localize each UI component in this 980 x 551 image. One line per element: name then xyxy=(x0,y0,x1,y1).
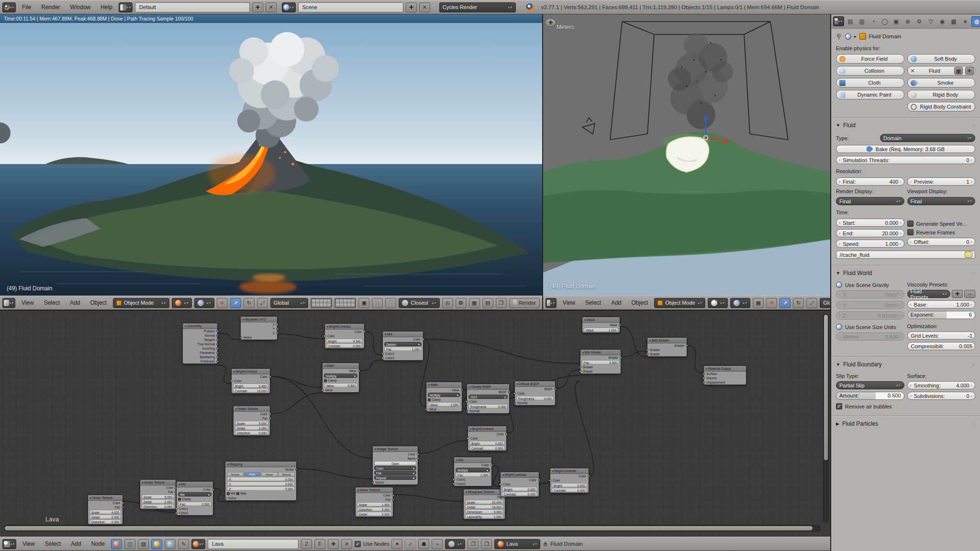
layers-widget-b[interactable] xyxy=(334,298,356,308)
pin-button[interactable]: ✦ xyxy=(391,539,402,549)
compressibility-field[interactable]: Compressibili: 0.005 xyxy=(907,342,976,350)
socket-dot[interactable] xyxy=(381,353,384,355)
input-socket-shader[interactable]: Shader xyxy=(580,369,621,374)
socket-dot[interactable] xyxy=(216,356,219,358)
socket-dot[interactable] xyxy=(269,413,271,415)
folder-icon[interactable] xyxy=(965,252,972,258)
socket-dot[interactable] xyxy=(371,481,374,484)
proportional-edit-button[interactable]: ◌ xyxy=(372,298,383,308)
smoke-button[interactable]: Smoke xyxy=(907,78,976,88)
snap-toggle-button[interactable]: ⌒ xyxy=(385,298,396,308)
output-socket-color[interactable]: Color xyxy=(373,452,418,456)
output-socket-x[interactable]: X xyxy=(241,322,277,327)
socket-dot[interactable] xyxy=(505,433,508,435)
input-socket-displacement[interactable]: Displacement xyxy=(704,380,746,385)
node-number-field[interactable]: Scale:20.000 xyxy=(465,500,503,504)
output-socket-color[interactable]: Color xyxy=(177,487,213,492)
node-title[interactable]: BrightContrast xyxy=(501,472,539,478)
node-title[interactable]: BrightContrast xyxy=(550,468,589,474)
node-title[interactable]: Material Output xyxy=(704,366,746,372)
editor-type-button[interactable]: ▲▼ xyxy=(833,16,844,26)
node-separate-xyz[interactable]: Separate XYZXYZVector xyxy=(240,316,278,340)
tab-constraints[interactable]: ⊗ xyxy=(902,16,913,27)
node-number-field[interactable]: Contrast:0.000 xyxy=(326,343,363,348)
output-socket-position[interactable]: Position xyxy=(183,329,217,333)
time-speed-field[interactable]: ‹Speed: 1.000› xyxy=(836,240,904,248)
output-socket-z[interactable]: Z xyxy=(241,331,277,335)
use-nodes-checkbox[interactable]: ✓ xyxy=(355,541,361,547)
menu-add[interactable]: Add xyxy=(67,540,85,547)
node-title[interactable]: Mapping xyxy=(225,462,296,467)
snap-mode-select[interactable]: ▲▼ xyxy=(445,539,465,549)
node-number-field[interactable]: Bright:0.000 xyxy=(469,441,505,445)
manipulator-axis-button[interactable]: ✛ xyxy=(766,298,777,308)
node-number-field[interactable]: Detail:2.000 xyxy=(89,515,121,519)
editor-type-button[interactable]: ▲▼ xyxy=(546,298,557,308)
node-number-field[interactable]: Bright:0.540 xyxy=(326,339,363,343)
node-title[interactable]: Noise Texture xyxy=(140,480,176,485)
snap-peel-button[interactable]: ❂ xyxy=(456,298,467,308)
menu-view[interactable]: View xyxy=(18,299,38,306)
mapping-mode-vector[interactable]: Vector xyxy=(261,472,278,476)
socket-dot[interactable] xyxy=(579,370,581,373)
remove-preset-button[interactable]: − xyxy=(964,290,975,298)
manipulator-rotate-button[interactable]: ↻ xyxy=(793,298,804,308)
node-checkbox-clamp[interactable]: Clamp xyxy=(178,497,212,501)
output-socket-color[interactable]: Color xyxy=(234,412,270,416)
fluid-particles-panel-header[interactable]: ▶ Fluid Particles≡ xyxy=(831,417,980,431)
fluid-render-toggle[interactable]: ▩ xyxy=(954,67,963,75)
input-socket-color1[interactable]: Color1 xyxy=(383,352,423,356)
output-socket-alpha[interactable]: Alpha xyxy=(373,456,418,461)
gravity-y-field[interactable]: ‹Y: 0m/s²› xyxy=(836,301,904,309)
output-socket-shader[interactable]: Shader xyxy=(580,355,621,360)
node-number-field[interactable]: Scale:1.000 xyxy=(357,502,391,507)
material-browse-button[interactable]: ▲▼ xyxy=(191,539,205,549)
mode-select[interactable]: Object Mode ▲▼ xyxy=(654,298,705,308)
node-number-field[interactable]: Detail:2.000 xyxy=(235,426,268,430)
render-display-select[interactable]: Final ▲▼ xyxy=(836,197,904,205)
output-socket-pointiness[interactable]: Pointiness xyxy=(183,359,217,364)
viscosity-exponent-field[interactable]: Exponent: 6 xyxy=(907,311,976,319)
snap-element-select[interactable]: Closest ▲▼ xyxy=(399,298,439,308)
socket-dot[interactable] xyxy=(490,464,493,466)
reverse-frames-checkbox[interactable]: ✓ xyxy=(907,229,913,235)
node-noise-texture[interactable]: Noise TextureColorFacScale:5.000Detail:2… xyxy=(233,406,270,436)
texture-nodes-button[interactable]: ▨ xyxy=(138,539,149,549)
horizontal-scrollbar[interactable] xyxy=(4,525,821,531)
tab-modifiers[interactable]: ⚙ xyxy=(914,16,924,27)
node-math[interactable]: MathValueMultiply▾ClampValue:0.500Value xyxy=(322,363,359,393)
node-musgrave-texture[interactable]: Musgrave TextureFacScale:20.000Detail:16… xyxy=(463,489,505,519)
remove-air-bubbles-checkbox[interactable]: ✓ xyxy=(836,403,842,409)
viewport-display-select[interactable]: Final ▲▼ xyxy=(907,197,976,205)
node-menu[interactable]: Multiply▾ xyxy=(428,393,460,397)
force-field-button[interactable]: Force Field xyxy=(836,54,904,64)
socket-dot[interactable] xyxy=(554,388,557,390)
scene-name[interactable]: Scene xyxy=(298,2,403,12)
input-socket-shader[interactable]: Shader xyxy=(580,365,621,369)
material-slot-select[interactable]: Lava ▲▼ xyxy=(494,539,540,549)
output-socket-color[interactable]: Color xyxy=(550,474,589,478)
node-menu[interactable]: Flat▾ xyxy=(374,471,416,475)
output-socket-incoming[interactable]: Incoming xyxy=(183,346,217,351)
use-scene-size-units-toggle[interactable] xyxy=(836,324,842,330)
go-to-parent-button[interactable]: ⬈ xyxy=(405,539,416,549)
simulation-threads-field[interactable]: ‹Simulation Threads: 0› xyxy=(836,156,975,164)
input-socket-color1[interactable]: Color1 xyxy=(454,477,491,482)
node-glossy-bsdf[interactable]: Glossy BSDFBSDFGGX▾ColorRoughness:0.000N… xyxy=(467,384,510,414)
node-number-field[interactable]: Fac:0.500 xyxy=(582,360,619,364)
node-title[interactable]: Geometry xyxy=(183,323,217,329)
input-socket-surface[interactable]: Surface xyxy=(704,372,746,376)
panel-grip[interactable]: ≡ xyxy=(972,421,975,427)
node-mix[interactable]: MixColorDarken▾Fac:1.000Color1Color2 xyxy=(382,331,423,361)
tab-object[interactable]: ▣ xyxy=(891,16,902,27)
fluid-button[interactable]: ✕ Fluid ▩ 👁 xyxy=(907,66,976,76)
socket-dot[interactable] xyxy=(619,324,621,326)
socket-dot[interactable] xyxy=(230,380,233,382)
input-socket-color[interactable]: Color xyxy=(325,334,364,338)
socket-dot[interactable] xyxy=(620,356,622,359)
node-number-field[interactable]: Fac:0.500 xyxy=(178,502,212,506)
output-socket-color[interactable]: Color xyxy=(140,485,176,490)
node-material-output[interactable]: Material OutputSurfaceVolumeDisplacement xyxy=(703,365,746,385)
node-title[interactable]: Add Shader xyxy=(647,338,687,343)
node-number-field[interactable]: Z:0.000 xyxy=(227,486,295,491)
